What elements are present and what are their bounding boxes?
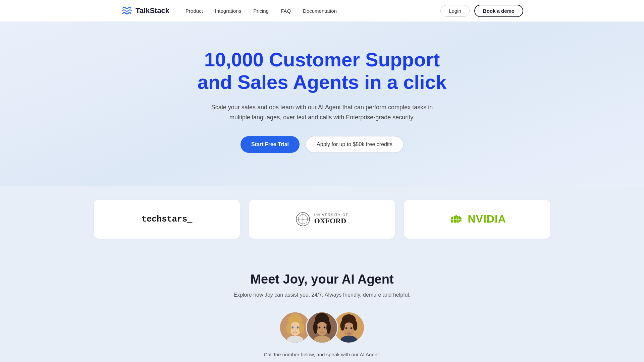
svg-point-25 bbox=[340, 320, 345, 330]
svg-point-20 bbox=[324, 326, 326, 328]
svg-point-10 bbox=[299, 322, 304, 334]
oxford-logo: ⚜ UNIVERSITY OF OXFORD bbox=[296, 212, 349, 227]
hero-title-line1: 10,000 Customer Support bbox=[204, 49, 440, 70]
hero-subtitle: Scale your sales and ops team with our A… bbox=[208, 103, 436, 122]
oxford-text: UNIVERSITY OF OXFORD bbox=[314, 213, 349, 225]
svg-point-9 bbox=[286, 322, 291, 334]
navbar: TalkStack Product Integrations Pricing F… bbox=[0, 0, 644, 22]
svg-point-18 bbox=[326, 321, 331, 334]
hero-title-line2: and Sales Agents in a click bbox=[198, 71, 446, 93]
svg-point-27 bbox=[345, 327, 347, 329]
nvidia-logo: NVIDIA bbox=[448, 213, 506, 225]
nvidia-text: NVIDIA bbox=[468, 213, 506, 225]
meet-joy-title: Meet Joy, your AI Agent bbox=[94, 272, 550, 287]
nav-links: Product Integrations Pricing FAQ Documen… bbox=[185, 8, 337, 14]
avatar-2 bbox=[306, 311, 338, 344]
nav-link-faq[interactable]: FAQ bbox=[281, 8, 291, 14]
book-demo-button[interactable]: Book a demo bbox=[474, 5, 523, 17]
navbar-right: Login Book a demo bbox=[440, 5, 523, 17]
hero-section: 10,000 Customer Support and Sales Agents… bbox=[0, 22, 644, 186]
navbar-left: TalkStack Product Integrations Pricing F… bbox=[121, 5, 337, 17]
logo-icon bbox=[121, 5, 133, 17]
svg-point-26 bbox=[353, 320, 357, 330]
oxford-card: ⚜ UNIVERSITY OF OXFORD bbox=[249, 200, 395, 239]
techstars-card: techstars_ bbox=[94, 200, 240, 239]
login-button[interactable]: Login bbox=[440, 5, 470, 17]
nav-link-product[interactable]: Product bbox=[185, 8, 203, 14]
oxford-name: OXFORD bbox=[314, 217, 349, 225]
nav-link-documentation[interactable]: Documentation bbox=[303, 8, 337, 14]
svg-marker-5 bbox=[455, 215, 458, 217]
nvidia-card: NVIDIA bbox=[404, 200, 550, 239]
apply-credits-button[interactable]: Apply for up to $50k free credits bbox=[306, 136, 404, 153]
oxford-emblem-icon: ⚜ bbox=[296, 212, 310, 227]
svg-point-28 bbox=[351, 327, 353, 329]
agent-avatars bbox=[94, 311, 550, 344]
start-free-trial-button[interactable]: Start Free Trial bbox=[240, 136, 300, 153]
svg-point-19 bbox=[319, 326, 321, 328]
hero-title: 10,000 Customer Support and Sales Agents… bbox=[198, 49, 446, 93]
nvidia-icon bbox=[448, 213, 464, 225]
meet-joy-subtitle: Explore how Joy can assist you, 24/7. Al… bbox=[94, 292, 550, 298]
techstars-logo: techstars_ bbox=[142, 214, 192, 224]
svg-point-16 bbox=[316, 322, 328, 336]
logos-section: techstars_ ⚜ UNIVERSITY OF OXFORD bbox=[0, 186, 644, 252]
svg-point-17 bbox=[313, 321, 318, 334]
hero-buttons: Start Free Trial Apply for up to $50k fr… bbox=[240, 136, 404, 153]
svg-point-11 bbox=[292, 326, 294, 328]
call-text: Call the number below, and speak with ou… bbox=[94, 352, 550, 357]
logo-text: TalkStack bbox=[136, 6, 169, 15]
svg-point-12 bbox=[297, 326, 299, 328]
nav-link-integrations[interactable]: Integrations bbox=[215, 8, 241, 14]
nav-link-pricing[interactable]: Pricing bbox=[253, 8, 269, 14]
logo[interactable]: TalkStack bbox=[121, 5, 169, 17]
meet-joy-section: Meet Joy, your AI Agent Explore how Joy … bbox=[0, 252, 644, 362]
